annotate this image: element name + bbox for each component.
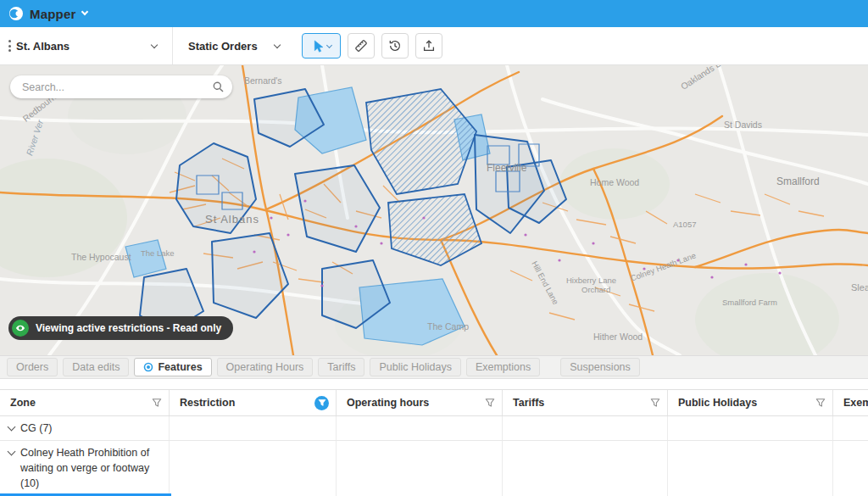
tariffs-cell [503, 441, 668, 495]
column-header-exemptions: Exemptions [833, 390, 868, 415]
column-label: Restriction [180, 397, 235, 409]
tab-tariffs[interactable]: Tariffs [318, 358, 364, 376]
chevron-down-icon[interactable] [8, 448, 16, 456]
chevron-down-icon [274, 41, 281, 47]
chevron-down-icon [151, 41, 158, 47]
app-menu[interactable]: Mapper [30, 7, 87, 21]
column-label: Public Holidays [678, 397, 757, 409]
tab-label: Exemptions [476, 361, 531, 373]
public-holidays-cell [668, 416, 833, 440]
operating-hours-cell [337, 416, 503, 440]
column-header-operating-hours: Operating hours [337, 390, 503, 415]
filter-icon[interactable] [815, 398, 826, 408]
history-tool-button[interactable] [381, 33, 409, 59]
ruler-icon [354, 39, 368, 53]
tab-label: Tariffs [327, 361, 355, 373]
tab-public-holidays[interactable]: Public Holidays [370, 358, 460, 376]
features-table: Zone Restriction Operating hours Tariffs [0, 379, 868, 496]
zone-cell-expandable[interactable]: CG (7) [0, 416, 170, 440]
tab-orders[interactable]: Orders [7, 358, 58, 376]
exemptions-cell [833, 441, 868, 495]
select-tool-button[interactable] [302, 33, 341, 59]
app-title: Mapper [30, 7, 76, 21]
kebab-menu-icon[interactable] [8, 40, 11, 52]
tab-label: Operating Hours [226, 361, 304, 373]
dataset-selector-value: Static Orders [188, 40, 258, 53]
column-label: Zone [10, 397, 36, 409]
tab-label: Data edits [72, 361, 120, 373]
restriction-cell [170, 441, 337, 495]
search-input[interactable] [22, 81, 213, 93]
tab-features[interactable]: Features [134, 358, 211, 376]
eye-icon [12, 320, 29, 337]
export-tool-button[interactable] [415, 33, 442, 59]
top-app-bar: Mapper [0, 0, 868, 27]
chevron-down-icon [81, 8, 87, 15]
search-icon[interactable] [213, 81, 224, 92]
tool-buttons [302, 33, 442, 59]
tab-exemptions[interactable]: Exemptions [466, 358, 540, 376]
tab-label: Public Holidays [379, 361, 451, 373]
tab-label: Suspensions [570, 361, 631, 373]
tab-label: Features [158, 361, 202, 373]
mapper-app: Mapper St. Albans Static Orders [0, 0, 868, 496]
table-header-row: Zone Restriction Operating hours Tariffs [0, 389, 868, 416]
exemptions-cell [833, 416, 868, 440]
area-selector-value: St. Albans [16, 40, 70, 53]
measure-tool-button[interactable] [348, 33, 375, 59]
column-label: Exemptions [843, 397, 868, 409]
filter-active-icon[interactable] [314, 396, 329, 410]
bottom-panel-tabs: Orders Data edits Features Operating Hou… [0, 355, 868, 379]
status-text: Viewing active restrictions - Read only [36, 322, 221, 334]
map-viewport[interactable]: Bernard's Redbourn Road River Ver The Hy… [0, 65, 868, 355]
features-tab-icon [143, 362, 153, 372]
export-upload-icon [422, 39, 436, 53]
restrictions-status-pill[interactable]: Viewing active restrictions - Read only [8, 316, 233, 340]
column-header-tariffs: Tariffs [503, 390, 668, 415]
tab-label: Orders [16, 361, 48, 373]
filter-icon[interactable] [152, 398, 162, 408]
dataset-selector[interactable]: Static Orders [188, 40, 280, 53]
column-label: Operating hours [347, 397, 429, 409]
history-clock-icon [388, 39, 402, 53]
tab-suspensions[interactable]: Suspensions [560, 358, 640, 376]
mapper-logo-icon [8, 6, 24, 21]
filter-icon[interactable] [650, 398, 660, 408]
tab-data-edits[interactable]: Data edits [63, 358, 129, 376]
tab-operating-hours[interactable]: Operating Hours [217, 358, 314, 376]
zone-name: Colney Heath Prohibition of waiting on v… [20, 445, 160, 491]
table-row: CG (7) [0, 416, 868, 441]
column-header-public-holidays: Public Holidays [668, 390, 833, 415]
map-search [10, 75, 232, 98]
column-header-restriction: Restriction [170, 390, 337, 415]
chevron-down-icon[interactable] [8, 423, 16, 432]
column-label: Tariffs [513, 397, 544, 409]
zone-cell-expandable[interactable]: Colney Heath Prohibition of waiting on v… [0, 441, 170, 495]
toolbar-divider [172, 27, 173, 64]
table-row: Colney Heath Prohibition of waiting on v… [0, 441, 868, 496]
map-toolbar: St. Albans Static Orders [0, 27, 868, 65]
tariffs-cell [503, 416, 668, 440]
area-selector[interactable]: St. Albans [16, 40, 162, 53]
zone-name: CG (7) [20, 421, 53, 436]
column-header-zone: Zone [0, 390, 170, 415]
cursor-icon [312, 40, 325, 53]
public-holidays-cell [668, 441, 833, 495]
restriction-cell [170, 416, 337, 440]
filter-icon[interactable] [485, 398, 495, 408]
map-canvas[interactable] [0, 65, 868, 355]
chevron-down-icon [326, 42, 331, 47]
operating-hours-cell [337, 441, 503, 495]
